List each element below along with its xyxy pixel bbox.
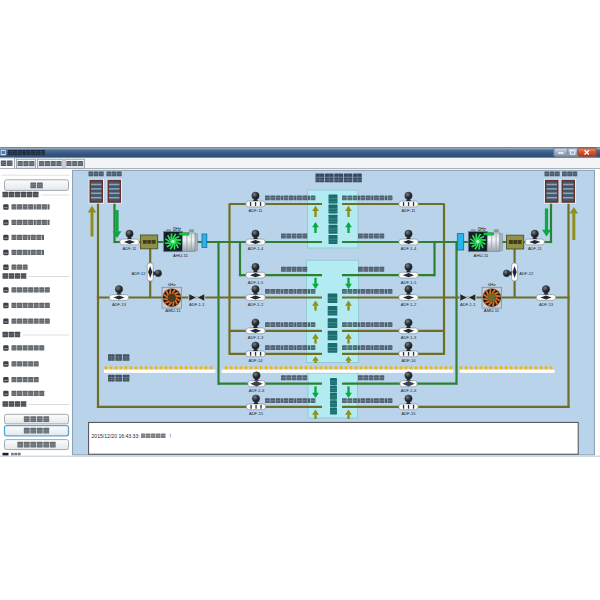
svg-text:ADF-1-4: ADF-1-4: [401, 246, 417, 251]
svg-text:ADF-15: ADF-15: [401, 411, 416, 416]
svg-text:ADF-1-3: ADF-1-3: [401, 335, 417, 340]
svg-text:2015/12/20 16:43:33:: 2015/12/20 16:43:33:: [92, 433, 140, 439]
svg-text:ADF-12: ADF-12: [131, 271, 146, 276]
svg-text:ADF-13: ADF-13: [539, 302, 554, 307]
svg-text:0Hz: 0Hz: [168, 282, 176, 287]
svg-text:ADF-1-2: ADF-1-2: [401, 302, 417, 307]
svg-text:AHU-11: AHU-11: [474, 253, 490, 258]
svg-text:ADF-14: ADF-14: [248, 358, 263, 363]
svg-text:ADF-1-1: ADF-1-1: [460, 302, 476, 307]
svg-text:ADF-1-1: ADF-1-1: [189, 302, 205, 307]
svg-text:AHU-11: AHU-11: [173, 253, 189, 258]
svg-text:ADF-11: ADF-11: [402, 208, 417, 213]
svg-text:ADF-1-4: ADF-1-4: [248, 246, 264, 251]
svg-text:!: !: [170, 433, 171, 439]
svg-text:ADF-13: ADF-13: [112, 302, 127, 307]
svg-text:ADF-15: ADF-15: [249, 411, 264, 416]
svg-text:ADF-11: ADF-11: [528, 246, 543, 251]
svg-text:0Hz: 0Hz: [488, 282, 496, 287]
svg-text:ADF-1-2: ADF-1-2: [248, 302, 264, 307]
svg-text:ADF-1-5: ADF-1-5: [401, 280, 417, 285]
svg-text:ADF-11: ADF-11: [249, 208, 264, 213]
svg-text:ADF-1-6: ADF-1-6: [401, 388, 417, 393]
svg-text:ADF-1-3: ADF-1-3: [248, 335, 264, 340]
svg-text:ADF-12: ADF-12: [519, 271, 534, 276]
svg-text:0Hz: 0Hz: [478, 227, 487, 232]
svg-text:ADF-14: ADF-14: [401, 358, 416, 363]
svg-text:AMU-11: AMU-11: [484, 308, 500, 313]
svg-text:ADF-1-6: ADF-1-6: [249, 388, 265, 393]
svg-text:ADF-1-5: ADF-1-5: [248, 280, 264, 285]
svg-text:AMU-11: AMU-11: [165, 308, 181, 313]
svg-text:ADF-11: ADF-11: [123, 246, 138, 251]
svg-text:0Hz: 0Hz: [173, 227, 182, 232]
